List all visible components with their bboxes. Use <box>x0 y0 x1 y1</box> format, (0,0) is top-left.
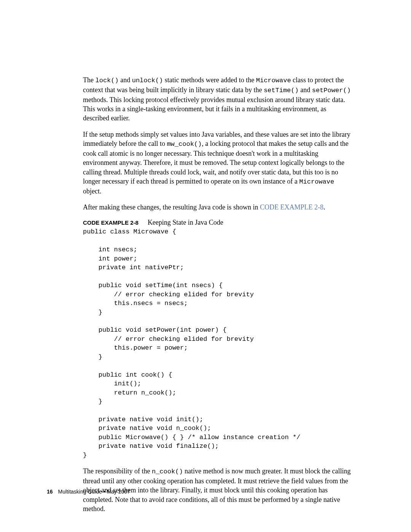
inline-code: Microwave <box>256 77 291 84</box>
inline-code: lock() <box>95 77 118 84</box>
paragraph-3: After making these changes, the resultin… <box>83 203 354 212</box>
text: and <box>119 76 132 84</box>
footer-title: Multitasking Guide • May 2007 <box>58 489 130 495</box>
inline-code: n_cook() <box>152 468 183 475</box>
text: static methods were added to the <box>163 76 256 84</box>
code-example-header: CODE EXAMPLE 2-8 Keeping State in Java C… <box>83 219 354 227</box>
page-footer: 16Multitasking Guide • May 2007 <box>47 489 130 495</box>
code-example-label: CODE EXAMPLE 2-8 <box>83 219 139 226</box>
text: The <box>83 76 95 84</box>
code-block: public class Microwave { int nsecs; int … <box>83 227 354 460</box>
code-example-link[interactable]: CODE EXAMPLE 2-8 <box>260 203 323 211</box>
inline-code: unlock() <box>132 77 163 84</box>
text: After making these changes, the resultin… <box>83 203 260 211</box>
inline-code: Microwave <box>299 178 334 185</box>
paragraph-2: If the setup methods simply set values i… <box>83 130 354 196</box>
inline-code: setPower() <box>312 87 351 94</box>
text: methods. This locking protocol effective… <box>83 96 345 122</box>
text: . <box>323 203 325 211</box>
page-content: The lock() and unlock() static methods w… <box>0 0 411 513</box>
inline-code: mw_cook() <box>167 141 202 148</box>
page-number: 16 <box>47 489 53 495</box>
code-example-title: Keeping State in Java Code <box>148 219 223 226</box>
inline-code: setTime() <box>264 87 299 94</box>
text: The responsibility of the <box>83 467 152 475</box>
text: and <box>299 86 312 94</box>
text: object. <box>83 187 101 195</box>
paragraph-1: The lock() and unlock() static methods w… <box>83 75 354 123</box>
